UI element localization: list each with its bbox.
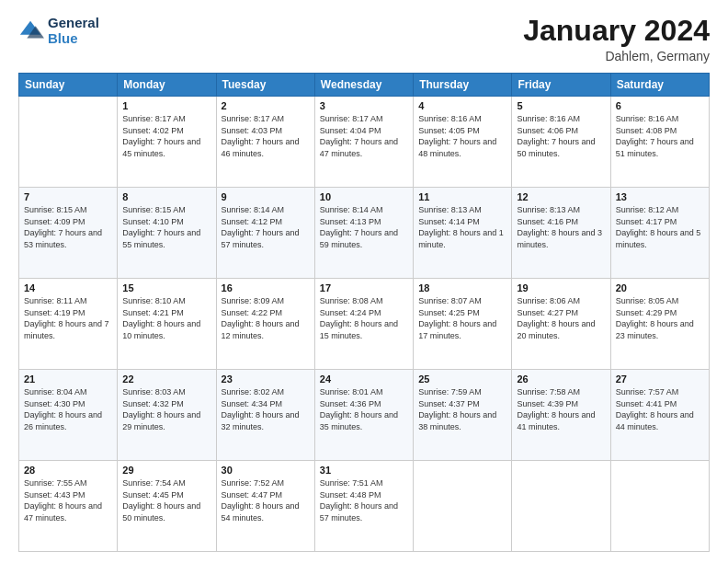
day-info: Sunrise: 7:58 AM Sunset: 4:39 PM Dayligh… — [517, 386, 605, 432]
cell-week1-day4: 4Sunrise: 8:16 AM Sunset: 4:05 PM Daylig… — [414, 97, 512, 188]
day-number: 6 — [616, 100, 704, 111]
cell-week5-day6 — [610, 461, 709, 552]
day-info: Sunrise: 8:17 AM Sunset: 4:04 PM Dayligh… — [320, 113, 408, 159]
day-number: 14 — [24, 282, 112, 293]
day-number: 24 — [320, 373, 408, 385]
subtitle: Dahlem, Germany — [523, 49, 710, 63]
cell-week3-day1: 15Sunrise: 8:10 AM Sunset: 4:21 PM Dayli… — [118, 279, 216, 370]
day-info: Sunrise: 8:01 AM Sunset: 4:36 PM Dayligh… — [320, 386, 408, 432]
day-number: 19 — [517, 282, 605, 293]
day-number: 12 — [517, 191, 605, 202]
calendar-body: 1Sunrise: 8:17 AM Sunset: 4:02 PM Daylig… — [19, 97, 710, 552]
cell-week4-day0: 21Sunrise: 8:04 AM Sunset: 4:30 PM Dayli… — [19, 370, 118, 461]
day-info: Sunrise: 7:54 AM Sunset: 4:45 PM Dayligh… — [122, 477, 210, 523]
day-info: Sunrise: 8:17 AM Sunset: 4:03 PM Dayligh… — [222, 113, 310, 159]
day-number: 31 — [320, 465, 408, 476]
day-number: 10 — [320, 191, 408, 202]
cell-week1-day3: 3Sunrise: 8:17 AM Sunset: 4:04 PM Daylig… — [314, 97, 413, 188]
day-number: 23 — [222, 373, 310, 385]
calendar-table: Sunday Monday Tuesday Wednesday Thursday… — [18, 73, 710, 552]
day-info: Sunrise: 8:15 AM Sunset: 4:09 PM Dayligh… — [24, 204, 112, 250]
cell-week1-day1: 1Sunrise: 8:17 AM Sunset: 4:02 PM Daylig… — [118, 97, 216, 188]
day-number: 3 — [320, 100, 408, 111]
day-info: Sunrise: 8:13 AM Sunset: 4:14 PM Dayligh… — [418, 204, 506, 250]
day-number: 5 — [517, 100, 605, 111]
day-number: 7 — [24, 191, 112, 202]
header: General Blue January 2024 Dahlem, German… — [18, 15, 710, 63]
day-number: 18 — [418, 282, 506, 293]
day-info: Sunrise: 8:14 AM Sunset: 4:12 PM Dayligh… — [222, 204, 310, 250]
cell-week2-day3: 10Sunrise: 8:14 AM Sunset: 4:13 PM Dayli… — [314, 188, 413, 279]
day-number: 11 — [418, 191, 506, 202]
day-info: Sunrise: 7:57 AM Sunset: 4:41 PM Dayligh… — [616, 386, 704, 432]
day-info: Sunrise: 8:08 AM Sunset: 4:24 PM Dayligh… — [320, 295, 408, 341]
cell-week5-day1: 29Sunrise: 7:54 AM Sunset: 4:45 PM Dayli… — [118, 461, 216, 552]
cell-week4-day6: 27Sunrise: 7:57 AM Sunset: 4:41 PM Dayli… — [610, 370, 709, 461]
cell-week1-day6: 6Sunrise: 8:16 AM Sunset: 4:08 PM Daylig… — [610, 97, 709, 188]
cell-week1-day2: 2Sunrise: 8:17 AM Sunset: 4:03 PM Daylig… — [216, 97, 314, 188]
cell-week5-day0: 28Sunrise: 7:55 AM Sunset: 4:43 PM Dayli… — [19, 461, 118, 552]
cell-week3-day4: 18Sunrise: 8:07 AM Sunset: 4:25 PM Dayli… — [414, 279, 512, 370]
day-number: 8 — [122, 191, 210, 202]
header-tuesday: Tuesday — [216, 74, 314, 97]
cell-week4-day1: 22Sunrise: 8:03 AM Sunset: 4:32 PM Dayli… — [118, 370, 216, 461]
day-info: Sunrise: 7:51 AM Sunset: 4:48 PM Dayligh… — [320, 477, 408, 523]
header-row: Sunday Monday Tuesday Wednesday Thursday… — [19, 74, 710, 97]
cell-week3-day2: 16Sunrise: 8:09 AM Sunset: 4:22 PM Dayli… — [216, 279, 314, 370]
day-info: Sunrise: 7:52 AM Sunset: 4:47 PM Dayligh… — [222, 477, 310, 523]
day-number: 9 — [222, 191, 310, 202]
cell-week4-day2: 23Sunrise: 8:02 AM Sunset: 4:34 PM Dayli… — [216, 370, 314, 461]
logo: General Blue — [18, 15, 99, 47]
day-info: Sunrise: 8:09 AM Sunset: 4:22 PM Dayligh… — [222, 295, 310, 341]
day-number: 27 — [616, 373, 704, 385]
day-number: 22 — [122, 373, 210, 385]
day-number: 2 — [222, 100, 310, 111]
cell-week3-day6: 20Sunrise: 8:05 AM Sunset: 4:29 PM Dayli… — [610, 279, 709, 370]
day-number: 26 — [517, 373, 605, 385]
cell-week2-day6: 13Sunrise: 8:12 AM Sunset: 4:17 PM Dayli… — [610, 188, 709, 279]
day-info: Sunrise: 8:06 AM Sunset: 4:27 PM Dayligh… — [517, 295, 605, 341]
day-info: Sunrise: 8:15 AM Sunset: 4:10 PM Dayligh… — [122, 204, 210, 250]
cell-week5-day5 — [512, 461, 610, 552]
header-monday: Monday — [118, 74, 216, 97]
cell-week5-day2: 30Sunrise: 7:52 AM Sunset: 4:47 PM Dayli… — [216, 461, 314, 552]
calendar-header: Sunday Monday Tuesday Wednesday Thursday… — [19, 74, 710, 97]
week-row-1: 1Sunrise: 8:17 AM Sunset: 4:02 PM Daylig… — [19, 97, 710, 188]
day-number: 1 — [122, 100, 210, 111]
logo-text: General Blue — [48, 15, 99, 47]
day-info: Sunrise: 8:16 AM Sunset: 4:08 PM Dayligh… — [616, 113, 704, 159]
cell-week4-day3: 24Sunrise: 8:01 AM Sunset: 4:36 PM Dayli… — [314, 370, 413, 461]
cell-week1-day0 — [19, 97, 118, 188]
day-info: Sunrise: 8:14 AM Sunset: 4:13 PM Dayligh… — [320, 204, 408, 250]
cell-week2-day1: 8Sunrise: 8:15 AM Sunset: 4:10 PM Daylig… — [118, 188, 216, 279]
day-number: 4 — [418, 100, 506, 111]
day-info: Sunrise: 8:12 AM Sunset: 4:17 PM Dayligh… — [616, 204, 704, 250]
cell-week2-day0: 7Sunrise: 8:15 AM Sunset: 4:09 PM Daylig… — [19, 188, 118, 279]
cell-week3-day3: 17Sunrise: 8:08 AM Sunset: 4:24 PM Dayli… — [314, 279, 413, 370]
day-number: 17 — [320, 282, 408, 293]
day-info: Sunrise: 8:10 AM Sunset: 4:21 PM Dayligh… — [122, 295, 210, 341]
header-sunday: Sunday — [19, 74, 118, 97]
cell-week2-day5: 12Sunrise: 8:13 AM Sunset: 4:16 PM Dayli… — [512, 188, 610, 279]
day-number: 28 — [24, 465, 112, 476]
day-info: Sunrise: 8:02 AM Sunset: 4:34 PM Dayligh… — [222, 386, 310, 432]
day-number: 15 — [122, 282, 210, 293]
header-wednesday: Wednesday — [314, 74, 413, 97]
day-info: Sunrise: 8:13 AM Sunset: 4:16 PM Dayligh… — [517, 204, 605, 250]
day-number: 29 — [122, 465, 210, 476]
main-title: January 2024 — [523, 15, 710, 47]
cell-week3-day5: 19Sunrise: 8:06 AM Sunset: 4:27 PM Dayli… — [512, 279, 610, 370]
day-info: Sunrise: 8:17 AM Sunset: 4:02 PM Dayligh… — [122, 113, 210, 159]
day-number: 13 — [616, 191, 704, 202]
day-info: Sunrise: 8:16 AM Sunset: 4:05 PM Dayligh… — [418, 113, 506, 159]
day-number: 20 — [616, 282, 704, 293]
cell-week3-day0: 14Sunrise: 8:11 AM Sunset: 4:19 PM Dayli… — [19, 279, 118, 370]
day-number: 25 — [418, 373, 506, 385]
cell-week5-day4 — [414, 461, 512, 552]
day-info: Sunrise: 8:04 AM Sunset: 4:30 PM Dayligh… — [24, 386, 112, 432]
week-row-4: 21Sunrise: 8:04 AM Sunset: 4:30 PM Dayli… — [19, 370, 710, 461]
week-row-2: 7Sunrise: 8:15 AM Sunset: 4:09 PM Daylig… — [19, 188, 710, 279]
cell-week1-day5: 5Sunrise: 8:16 AM Sunset: 4:06 PM Daylig… — [512, 97, 610, 188]
title-block: January 2024 Dahlem, Germany — [523, 15, 710, 63]
cell-week4-day5: 26Sunrise: 7:58 AM Sunset: 4:39 PM Dayli… — [512, 370, 610, 461]
